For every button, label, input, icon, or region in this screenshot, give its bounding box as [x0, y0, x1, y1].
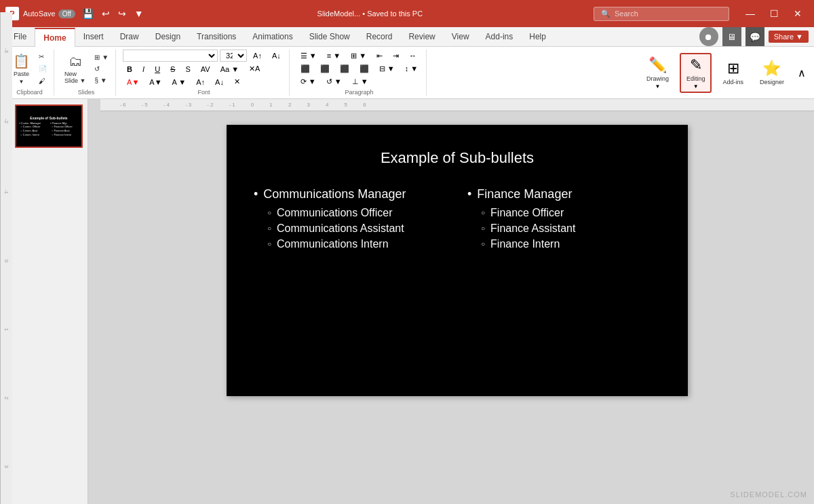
shadow-button[interactable]: S: [181, 64, 194, 75]
new-slide-button[interactable]: 🗂 NewSlide ▼: [61, 52, 89, 86]
italic-button[interactable]: I: [138, 64, 149, 75]
highlight-button[interactable]: A▼: [145, 77, 166, 88]
autosave-toggle[interactable]: Off: [58, 9, 75, 18]
tab-transitions[interactable]: Transitions: [189, 28, 244, 45]
bold-button[interactable]: B: [123, 64, 136, 75]
editing-button[interactable]: ✎ Editing ▼: [680, 53, 712, 93]
redo-icon[interactable]: ↪: [115, 7, 129, 20]
ribbon-content: 📋 Paste ▼ ✂ 📄 🖌 Clipboard 🗂 NewSlide ▼ ⊞…: [0, 47, 814, 99]
align-left-button[interactable]: ⬛: [296, 63, 314, 75]
main-area: 1 Example of Sub-bullets • Comm. Manager…: [0, 99, 814, 504]
tab-addins[interactable]: Add-ins: [478, 28, 522, 45]
columns-button[interactable]: ⊟ ▼: [375, 63, 399, 75]
section-button[interactable]: § ▼: [92, 75, 111, 85]
clipboard-label: Clipboard: [16, 89, 43, 96]
comment-btn[interactable]: 💬: [745, 27, 764, 46]
case-button[interactable]: Aa ▼: [216, 64, 243, 75]
numbering-button[interactable]: ≡ ▼: [323, 50, 345, 61]
align-center-button[interactable]: ⬛: [316, 63, 334, 75]
rtl-button[interactable]: ↔: [405, 50, 421, 61]
slide-thumbnail-1[interactable]: Example of Sub-bullets • Comm. Manager ○…: [15, 104, 83, 148]
tab-help[interactable]: Help: [521, 28, 554, 45]
tab-record[interactable]: Record: [358, 28, 401, 45]
right-main-text: Finance Manager: [477, 187, 572, 201]
layout-button[interactable]: ⊞ ▼: [92, 52, 111, 62]
close-button[interactable]: ✕: [787, 5, 809, 22]
search-box[interactable]: 🔍: [594, 7, 729, 21]
reset-button[interactable]: ↺: [92, 64, 111, 74]
slide-thumb-1[interactable]: 1 Example of Sub-bullets • Comm. Manager…: [3, 104, 85, 148]
tab-animations[interactable]: Animations: [244, 28, 301, 45]
font-size-a-button[interactable]: A ▼: [168, 77, 191, 88]
justify-button[interactable]: ⬛: [355, 63, 373, 75]
ribbon-right: ✏️ Drawing ▼ ✎ Editing ▼ ⊞ Add-ins ⭐ Des…: [641, 50, 809, 96]
slide-canvas[interactable]: Example of Sub-bullets • Communications …: [227, 125, 688, 396]
maximize-button[interactable]: ☐: [763, 5, 786, 22]
minimize-button[interactable]: —: [739, 5, 762, 22]
customize-icon[interactable]: ▼: [132, 7, 147, 20]
record-btn[interactable]: ⏺: [699, 27, 718, 46]
addins-button[interactable]: ⊞ Add-ins: [717, 58, 749, 88]
save-icon[interactable]: 💾: [79, 7, 96, 20]
decrease-font-button[interactable]: A↓: [268, 50, 285, 61]
align-right-button[interactable]: ⬛: [336, 63, 353, 75]
drawing-icon: ✏️: [648, 56, 667, 74]
tab-insert[interactable]: Insert: [75, 28, 112, 45]
addins-icon: ⊞: [727, 60, 739, 77]
direction-button[interactable]: ↺ ▼: [322, 76, 346, 88]
thumb-title: Example of Sub-bullets: [30, 116, 67, 120]
drawing-button[interactable]: ✏️ Drawing ▼: [641, 54, 674, 92]
align-vert-button[interactable]: ⊥ ▼: [348, 76, 372, 88]
paste-button[interactable]: 📋 Paste ▼: [9, 51, 33, 87]
underline-button[interactable]: U: [151, 64, 164, 75]
format-painter-button[interactable]: 🖌: [36, 76, 50, 86]
font-label: Font: [197, 89, 210, 96]
share-button[interactable]: Share ▼: [769, 31, 809, 43]
tab-view[interactable]: View: [444, 28, 478, 45]
new-slide-icon: 🗂: [69, 54, 82, 69]
cut-button[interactable]: ✂: [36, 52, 50, 62]
clear2-button[interactable]: ✕: [230, 76, 244, 88]
spacing-button[interactable]: AV: [197, 64, 214, 75]
paragraph-label: Paragraph: [345, 89, 373, 96]
tab-review[interactable]: Review: [400, 28, 443, 45]
search-input[interactable]: [615, 9, 722, 18]
tab-slideshow[interactable]: Slide Show: [301, 28, 358, 45]
indent-increase-button[interactable]: ⇥: [389, 50, 403, 62]
strikethrough-button[interactable]: S: [166, 64, 179, 75]
undo-icon[interactable]: ↩: [99, 7, 113, 20]
multilevel-button[interactable]: ⊞ ▼: [347, 50, 370, 62]
indent-decrease-button[interactable]: ⇤: [372, 50, 387, 62]
font-family-select[interactable]: [123, 50, 218, 62]
present-btn[interactable]: 🖥: [722, 27, 741, 46]
fontsize-dec2-button[interactable]: A↓: [211, 77, 228, 88]
right-sub-dot-1: ○: [481, 209, 485, 216]
font-size-select[interactable]: 32: [220, 50, 247, 62]
left-sub-dot-1: ○: [267, 209, 271, 216]
designer-icon: ⭐: [762, 60, 781, 77]
copy-button[interactable]: 📄: [36, 64, 50, 74]
bullets-button[interactable]: ☰ ▼: [296, 50, 321, 62]
slide-panel: 1 Example of Sub-bullets • Comm. Manager…: [0, 99, 88, 504]
autosave-area: AutoSave Off: [23, 9, 75, 18]
left-bullet-dot: •: [254, 187, 258, 201]
line-spacing-button[interactable]: ↕ ▼: [401, 63, 422, 74]
tab-draw[interactable]: Draw: [112, 28, 147, 45]
toolbar-icons: 💾 ↩ ↪ ▼: [79, 7, 147, 20]
designer-button[interactable]: ⭐ Designer: [754, 58, 790, 88]
smartart-button[interactable]: ⟳ ▼: [296, 76, 320, 88]
slides-label: Slides: [78, 89, 95, 96]
increase-font-button[interactable]: A↑: [249, 50, 266, 61]
thumb-right-col: • Finance Mgr ○ Finance Officer ○ Financ…: [50, 121, 79, 136]
slide-left-col: • Communications Manager ○ Communication…: [254, 187, 447, 254]
window-controls: — ☐ ✕: [739, 5, 809, 22]
right-sub-dot-2: ○: [481, 225, 485, 232]
tab-home[interactable]: Home: [35, 28, 75, 47]
fontsize-inc2-button[interactable]: A↑: [192, 77, 209, 88]
font-group: 32 A↑ A↓ B I U S S AV Aa ▼ ✕A A▼: [119, 50, 290, 96]
paste-icon: 📋: [13, 53, 30, 69]
font-color-button[interactable]: A▼: [123, 77, 143, 88]
clear-format-button[interactable]: ✕A: [245, 63, 264, 75]
collapse-ribbon-button[interactable]: ∧: [795, 64, 809, 82]
tab-design[interactable]: Design: [147, 28, 189, 45]
